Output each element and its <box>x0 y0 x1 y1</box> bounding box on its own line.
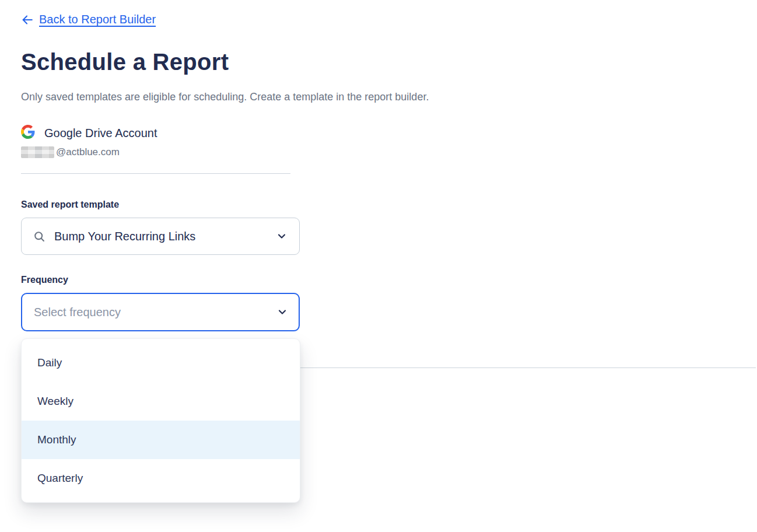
arrow-left-icon <box>21 13 34 26</box>
template-select-value: Bump Your Recurring Links <box>54 230 195 243</box>
back-to-report-builder-link[interactable]: Back to Report Builder <box>21 13 156 26</box>
chevron-down-icon <box>276 230 288 242</box>
redacted-email-prefix <box>21 146 54 158</box>
chevron-down-icon <box>276 306 288 318</box>
back-link-label: Back to Report Builder <box>39 13 156 26</box>
search-icon <box>33 230 45 243</box>
email-domain: @actblue.com <box>56 146 120 158</box>
schedule-report-page: Back to Report Builder Schedule a Report… <box>0 0 757 532</box>
frequency-select[interactable]: Select frequency <box>21 293 300 331</box>
frequency-option-weekly[interactable]: Weekly <box>22 382 300 421</box>
page-subtitle: Only saved templates are eligible for sc… <box>21 91 429 103</box>
saved-report-template-label: Saved report template <box>21 200 119 210</box>
google-drive-account-row: Google Drive Account <box>21 125 157 141</box>
frequency-dropdown-menu: Daily Weekly Monthly Quarterly <box>21 338 300 503</box>
account-email: @actblue.com <box>21 146 120 158</box>
account-section-divider <box>21 173 290 174</box>
frequency-option-quarterly[interactable]: Quarterly <box>22 459 300 498</box>
page-title: Schedule a Report <box>21 49 229 75</box>
google-g-icon <box>21 125 35 141</box>
frequency-label: Frequency <box>21 275 68 285</box>
frequency-select-placeholder: Select frequency <box>34 306 121 319</box>
frequency-option-monthly[interactable]: Monthly <box>22 421 300 459</box>
frequency-option-daily[interactable]: Daily <box>22 344 300 382</box>
google-drive-account-label: Google Drive Account <box>44 127 157 140</box>
saved-report-template-select[interactable]: Bump Your Recurring Links <box>21 218 300 255</box>
